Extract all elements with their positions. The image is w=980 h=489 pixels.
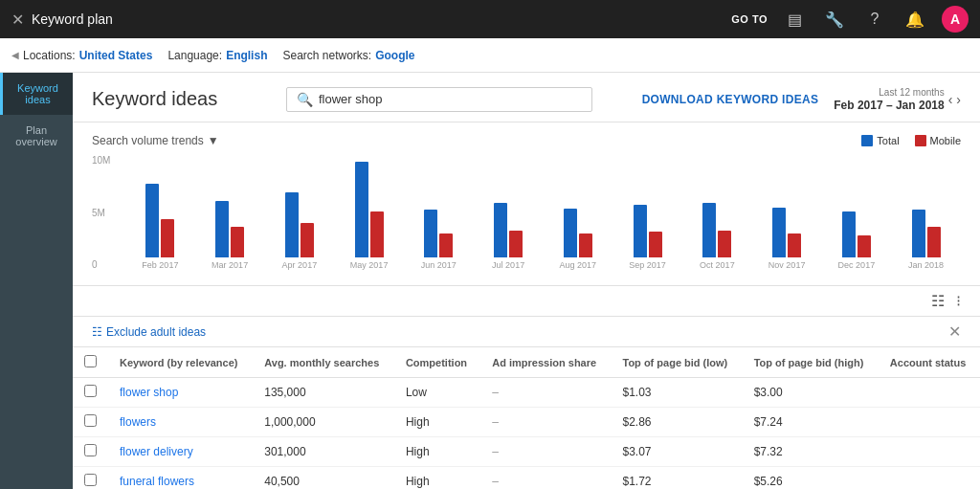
search-input[interactable]: [319, 92, 582, 106]
top-bar-right: GO TO ▤ 🔧 ? 🔔 A: [731, 6, 969, 33]
columns-icon[interactable]: ⁝: [956, 292, 961, 310]
bar-total: [564, 209, 577, 257]
chart-month-jan-2018: Jan 2018: [891, 210, 961, 270]
volume-trends-dropdown[interactable]: Search volume trends ▼: [92, 134, 219, 147]
row-checkbox-0[interactable]: [84, 385, 97, 397]
legend-total-label: Total: [877, 135, 899, 146]
avatar[interactable]: A: [942, 6, 969, 33]
bar-group: [474, 203, 544, 257]
bar-total: [842, 211, 856, 257]
row-ad-impression: –: [480, 437, 611, 467]
col-avg-monthly: Avg. monthly searches: [253, 347, 394, 378]
bar-mobile: [439, 233, 453, 257]
bar-mobile: [370, 211, 384, 257]
language-value[interactable]: English: [226, 49, 267, 62]
sidebar-item-plan-overview[interactable]: Plan overview: [0, 115, 73, 157]
row-bid-high: $7.32: [743, 437, 879, 467]
last-months-label: Last 12 months: [834, 86, 944, 99]
month-label: Feb 2017: [142, 260, 178, 270]
top-bar-left: ✕ Keyword plan: [11, 11, 113, 29]
bar-mobile: [231, 227, 244, 257]
legend-mobile-box: [915, 135, 926, 146]
main-header: Keyword ideas 🔍 DOWNLOAD KEYWORD IDEAS L…: [73, 73, 980, 122]
date-next-icon[interactable]: ›: [956, 92, 961, 107]
row-keyword[interactable]: flower delivery: [108, 437, 253, 467]
main-layout: Keyword ideas Plan overview Keyword idea…: [0, 73, 980, 489]
y-axis-0: 0: [92, 259, 121, 270]
row-checkbox-cell: [73, 437, 108, 467]
sub-bar: ◀ Locations: United States Language: Eng…: [0, 38, 980, 73]
row-bid-low: $3.07: [612, 437, 743, 467]
row-bid-low: $2.86: [612, 408, 743, 437]
legend-total-box: [861, 135, 873, 146]
date-prev-icon[interactable]: ‹: [948, 92, 953, 107]
header-right: DOWNLOAD KEYWORD IDEAS Last 12 months Fe…: [642, 86, 961, 112]
filter-icon[interactable]: ☷: [931, 292, 945, 310]
month-label: Jul 2017: [492, 260, 524, 270]
networks-value[interactable]: Google: [375, 49, 414, 62]
bar-total: [912, 210, 925, 257]
locations-value[interactable]: United States: [79, 49, 153, 62]
row-checkbox-2[interactable]: [84, 444, 97, 456]
exclude-close-icon[interactable]: ✕: [948, 322, 961, 341]
row-keyword[interactable]: flowers: [108, 408, 253, 437]
row-checkbox-cell: [73, 378, 108, 408]
bar-group: [891, 210, 961, 257]
month-label: Nov 2017: [768, 260, 806, 270]
notification-icon[interactable]: 🔔: [902, 6, 928, 33]
close-icon[interactable]: ✕: [11, 11, 24, 29]
row-keyword[interactable]: funeral flowers: [108, 467, 253, 490]
dropdown-arrow-icon: ▼: [208, 134, 219, 147]
bar-mobile: [161, 219, 174, 257]
download-keyword-ideas-button[interactable]: DOWNLOAD KEYWORD IDEAS: [642, 93, 819, 106]
back-arrow-icon[interactable]: ◀: [11, 50, 19, 60]
col-bid-high: Top of page bid (high): [743, 347, 879, 378]
language-item: Language: English: [167, 49, 267, 62]
chart-icon[interactable]: ▤: [781, 6, 808, 33]
date-range: Last 12 months Feb 2017 – Jan 2018 ‹ ›: [834, 86, 961, 112]
bar-group: [612, 205, 682, 257]
exclude-adult-ideas-link[interactable]: ☷ Exclude adult ideas: [92, 325, 206, 339]
row-checkbox-3[interactable]: [84, 474, 97, 486]
go-to-button[interactable]: GO TO: [731, 13, 768, 25]
help-icon[interactable]: ?: [861, 6, 888, 33]
month-label: Sep 2017: [629, 260, 666, 270]
table-row: flowers 1,000,000 High – $2.86 $7.24: [73, 408, 980, 437]
locations-item: ◀ Locations: United States: [11, 49, 152, 62]
row-checkbox-1[interactable]: [84, 414, 97, 427]
top-bar: ✕ Keyword plan GO TO ▤ 🔧 ? 🔔 A: [0, 0, 980, 38]
select-all-checkbox[interactable]: [84, 355, 97, 367]
chart-month-sep-2017: Sep 2017: [612, 205, 682, 270]
bar-total: [772, 208, 786, 257]
filter-row: ☷ ⁝: [73, 286, 980, 317]
bar-mobile: [649, 232, 662, 257]
search-box[interactable]: 🔍: [286, 87, 592, 112]
col-ad-impression: Ad impression share: [480, 347, 611, 378]
networks-label: Search networks:: [282, 49, 371, 62]
bar-group: [195, 201, 265, 257]
bar-total: [355, 162, 368, 257]
chart-month-feb-2017: Feb 2017: [125, 184, 195, 270]
bar-total: [215, 201, 229, 257]
chart-month-may-2017: May 2017: [334, 162, 404, 270]
sidebar-item-keyword-ideas[interactable]: Keyword ideas: [0, 73, 73, 115]
legend-mobile: Mobile: [915, 135, 961, 146]
wrench-icon[interactable]: 🔧: [821, 6, 848, 33]
row-account-status: [879, 378, 980, 408]
bar-total: [145, 184, 159, 257]
bar-group: [822, 211, 892, 257]
row-avg-monthly: 301,000: [253, 437, 394, 467]
chart-month-apr-2017: Apr 2017: [265, 192, 335, 270]
y-axis-5m: 5M: [92, 208, 121, 218]
chart-month-aug-2017: Aug 2017: [544, 209, 613, 270]
bar-group: [404, 210, 474, 257]
bar-mobile: [858, 235, 871, 257]
keywords-table: Keyword (by relevance) Avg. monthly sear…: [73, 347, 980, 489]
row-ad-impression: –: [480, 378, 611, 408]
table-row: flower shop 135,000 Low – $1.03 $3.00: [73, 378, 980, 408]
col-account-status: Account status: [879, 347, 980, 378]
row-keyword[interactable]: flower shop: [108, 378, 253, 408]
main-content: Keyword ideas 🔍 DOWNLOAD KEYWORD IDEAS L…: [73, 73, 980, 489]
bar-mobile: [301, 223, 314, 257]
table-body: flower shop 135,000 Low – $1.03 $3.00 fl…: [73, 378, 980, 490]
